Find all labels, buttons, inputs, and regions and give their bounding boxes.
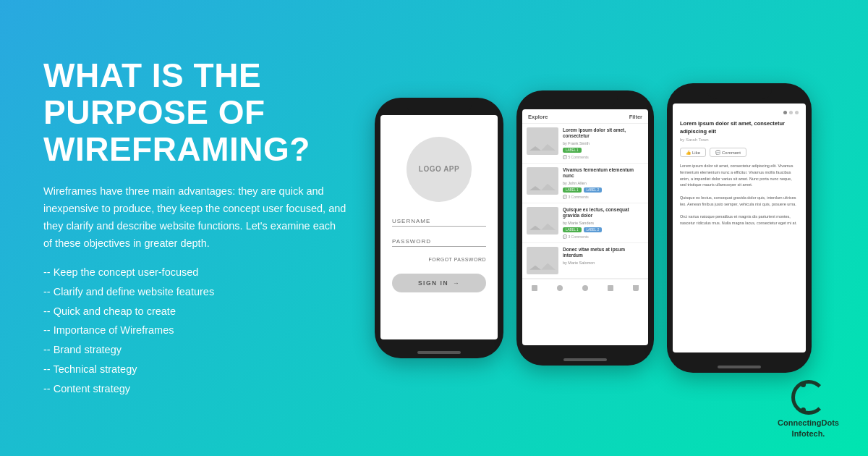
- forgot-text: FORGOT PASSWORD: [392, 257, 486, 262]
- list-item-title: Donec vitae metus at ipsum interdum: [563, 247, 644, 259]
- phone-article: Lorem ipsum dolor sit amet, consectetur …: [667, 83, 812, 373]
- list-item-author: by Marie Salomon: [563, 261, 644, 265]
- logo-circle: LOGO APP: [407, 137, 472, 202]
- filter-label: Filter: [629, 114, 642, 120]
- label-badge: LABEL 1: [563, 227, 582, 232]
- home-bar-3: [718, 366, 761, 368]
- list-item-title: Lorem ipsum dolor sit amet, consectetur: [563, 127, 644, 140]
- label-badge: LABEL 2: [584, 227, 603, 232]
- signin-button[interactable]: SIGN IN →: [392, 274, 486, 292]
- explore-label: Explore: [528, 114, 548, 120]
- list-comment: 💬 3 Comments: [563, 235, 644, 239]
- main-title: WHAT IS THE PURPOSE OF WIREFRAMING?: [43, 57, 347, 167]
- list-item[interactable]: Donec vitae metus at ipsum interdumby Ma…: [522, 243, 648, 279]
- pagination-dots: [680, 111, 799, 114]
- list-item-title: Quisque ex lectus, consequat gravida dol…: [563, 207, 644, 219]
- dot-1: [789, 111, 793, 114]
- label-badge: LABEL 1: [563, 187, 582, 193]
- list-item-author: by Frank Smith: [563, 141, 644, 145]
- compass-nav-icon[interactable]: [555, 283, 565, 293]
- list-item[interactable]: Vivamus fermentum elementum nuncby John …: [522, 164, 648, 203]
- list-items: Lorem ipsum dolor sit amet, consecteturb…: [522, 124, 648, 279]
- list-item-author: by John Allen: [563, 181, 644, 185]
- list-thumb-image: [527, 167, 558, 195]
- like-button[interactable]: 👍 Like: [680, 148, 706, 157]
- phones-panel: LOGO APP USERNAME PASSWORD FORGOT PASSWO…: [347, 83, 825, 373]
- list-item-author: by Marie Sanders: [563, 221, 644, 225]
- left-panel: WHAT IS THE PURPOSE OF WIREFRAMING? Wire…: [43, 57, 347, 398]
- list-item-content: Lorem ipsum dolor sit amet, consecteturb…: [563, 127, 644, 159]
- bullet-item: Quick and cheap to create: [43, 302, 347, 321]
- comment-icon: 💬: [715, 150, 720, 155]
- like-icon: 👍: [686, 150, 691, 155]
- list-thumb-image: [527, 127, 558, 155]
- bullet-item: Keep the concept user-focused: [43, 263, 347, 282]
- phone1-screen: LOGO APP USERNAME PASSWORD FORGOT PASSWO…: [380, 115, 498, 339]
- bullet-item: Technical strategy: [43, 360, 347, 379]
- article-title: Lorem ipsum dolor sit amet, consectetur …: [680, 120, 799, 135]
- bell-nav-icon[interactable]: [631, 283, 641, 293]
- label-badges: LABEL 1LABEL 2: [563, 187, 644, 193]
- username-field: USERNAME: [392, 216, 486, 227]
- list-item-content: Donec vitae metus at ipsum interdumby Ma…: [563, 247, 644, 267]
- label-badge: LABEL 1: [563, 148, 582, 153]
- label-badges: LABEL 1: [563, 148, 644, 153]
- list-header: Explore Filter: [522, 109, 648, 124]
- search-nav-icon[interactable]: [580, 283, 590, 293]
- phone3-screen: Lorem ipsum dolor sit amet, consectetur …: [673, 104, 806, 352]
- dot-2: [795, 111, 799, 114]
- home-nav-icon[interactable]: [529, 283, 540, 293]
- article-actions: 👍 Like 💬 Comment: [680, 148, 799, 157]
- home-bar-1: [417, 351, 461, 354]
- phone-list: Explore Filter Lorem ipsum dolor sit ame…: [516, 90, 654, 366]
- bullet-item: Clarify and define website features: [43, 282, 347, 302]
- bullet-item: Brand strategy: [43, 340, 347, 360]
- home-bar-2: [563, 358, 607, 361]
- notch-1: [407, 98, 472, 114]
- comment-button[interactable]: 💬 Comment: [710, 148, 746, 157]
- description-text: Wireframes have three main advantages: t…: [43, 183, 347, 253]
- logo-c-shape: [791, 380, 826, 415]
- brand-logo: ConnectingDots Infotech.: [778, 380, 839, 439]
- article-author: by Sarah Town: [680, 138, 799, 142]
- logo-dots-icon: [791, 380, 826, 415]
- notch-2: [553, 90, 618, 106]
- label-badges: LABEL 1LABEL 2: [563, 227, 644, 232]
- list-item[interactable]: Quisque ex lectus, consequat gravida dol…: [522, 203, 648, 243]
- bullet-list: Keep the concept user-focusedClarify and…: [43, 263, 347, 399]
- brand-name: ConnectingDots Infotech.: [778, 418, 839, 439]
- bottom-nav: [522, 279, 648, 295]
- phone2-screen: Explore Filter Lorem ipsum dolor sit ame…: [522, 109, 648, 345]
- list-comment: 💬 3 Comments: [563, 195, 644, 199]
- bullet-item: Importance of Wireframes: [43, 321, 347, 340]
- label-badge: LABEL 2: [584, 187, 603, 193]
- phone-login: LOGO APP USERNAME PASSWORD FORGOT PASSWO…: [375, 98, 503, 358]
- main-container: WHAT IS THE PURPOSE OF WIREFRAMING? Wire…: [0, 0, 868, 456]
- bullet-item: Content strategy: [43, 379, 347, 399]
- list-item-title: Vivamus fermentum elementum nunc: [563, 167, 644, 180]
- list-thumb-image: [527, 207, 558, 235]
- dot-active: [783, 111, 787, 114]
- list-item[interactable]: Lorem ipsum dolor sit amet, consecteturb…: [522, 124, 648, 164]
- list-comment: 💬 5 Comments: [563, 155, 644, 159]
- list-thumb-image: [527, 247, 558, 274]
- list-item-content: Vivamus fermentum elementum nuncby John …: [563, 167, 644, 199]
- article-body: Lorem ipsum dolor sit amet, consectetur …: [680, 163, 799, 227]
- list-item-content: Quisque ex lectus, consequat gravida dol…: [563, 207, 644, 239]
- password-field: PASSWORD: [392, 237, 486, 247]
- chat-nav-icon[interactable]: [605, 283, 616, 293]
- notch-3: [707, 83, 772, 99]
